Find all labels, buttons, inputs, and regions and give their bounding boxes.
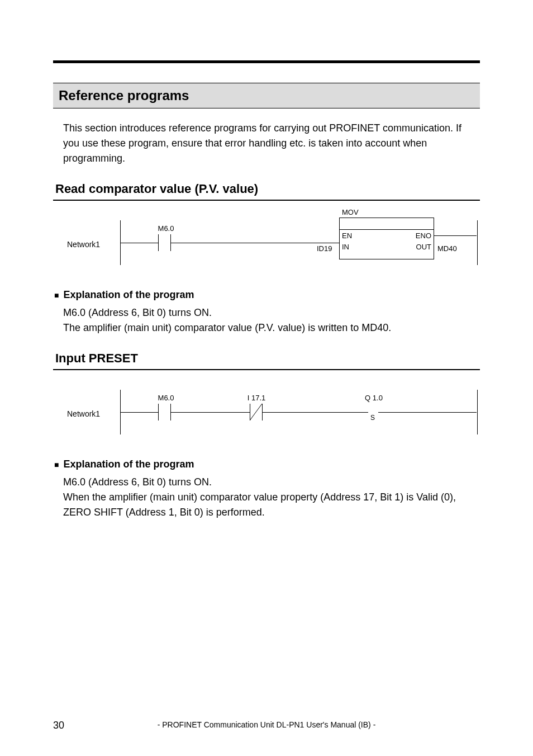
nc-label: I 17.1: [244, 394, 269, 402]
wire: [265, 412, 364, 413]
ladder-diagram-2: Network1 M6.0 I 17.1 Q 1.0 S: [53, 381, 480, 448]
wire: [120, 412, 155, 413]
normally-closed-contact: I 17.1: [246, 404, 265, 420]
svg-line-0: [250, 404, 262, 420]
mov-out-param: MD40: [437, 244, 457, 253]
main-heading: Reference programs: [59, 88, 474, 103]
page-number: 30: [53, 720, 64, 731]
section2-explain-head: ■Explanation of the program: [54, 459, 480, 470]
section1-explain-head: ■Explanation of the program: [54, 289, 480, 301]
square-bullet-icon: ■: [54, 291, 59, 300]
wire: [174, 412, 246, 413]
section2-explain-body: M6.0 (Address 6, Bit 0) turns ON. When t…: [63, 475, 480, 520]
mov-in-param: ID19: [317, 244, 332, 253]
mov-title: MOV: [340, 208, 434, 216]
wire: [174, 243, 339, 243]
network-label: Network1: [67, 240, 100, 249]
contact-label: M6.0: [155, 394, 177, 402]
mov-en: EN: [342, 231, 352, 240]
mov-in: IN: [342, 243, 349, 251]
network-label: Network1: [67, 409, 100, 418]
wire: [383, 412, 477, 413]
explain-head-text: Explanation of the program: [63, 289, 194, 300]
normally-open-contact: M6.0: [155, 234, 174, 251]
contact-label: M6.0: [155, 224, 177, 233]
slash-icon: [250, 404, 262, 420]
main-heading-box: Reference programs: [53, 83, 480, 108]
right-rail: [477, 390, 478, 434]
top-rule: [53, 60, 480, 63]
mov-eno: ENO: [416, 231, 431, 240]
normally-open-contact: M6.0: [155, 404, 174, 420]
intro-paragraph: This section introduces reference progra…: [63, 121, 470, 166]
right-rail: [477, 220, 478, 265]
mov-out: OUT: [416, 243, 431, 251]
page-content: Reference programs This section introduc…: [53, 83, 480, 520]
set-coil: Q 1.0 S: [364, 404, 383, 420]
footer-text: - PROFINET Communication Unit DL-PN1 Use…: [53, 720, 480, 729]
wire: [434, 235, 477, 236]
wire: [120, 243, 155, 243]
section1-heading: Read comparator value (P.V. value): [53, 182, 480, 201]
ladder-diagram-1: Network1 M6.0 ID19 MOV EN ENO IN OUT MD4…: [53, 212, 480, 279]
section1-explain-body: M6.0 (Address 6, Bit 0) turns ON. The am…: [63, 305, 480, 336]
square-bullet-icon: ■: [54, 460, 59, 469]
section2-heading: Input PRESET: [53, 351, 480, 370]
coil-label: Q 1.0: [361, 394, 386, 402]
coil-type: S: [370, 414, 375, 422]
mov-block: MOV EN ENO IN OUT: [339, 218, 434, 259]
explain-head-text: Explanation of the program: [63, 459, 194, 470]
